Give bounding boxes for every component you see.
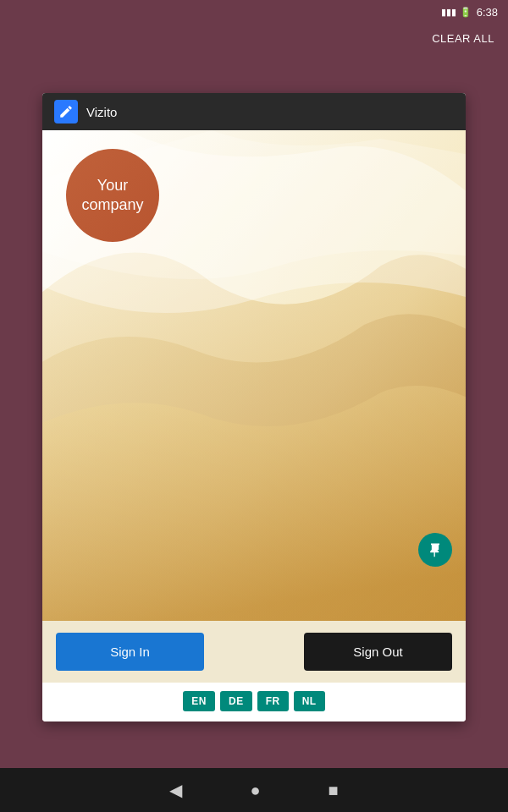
sign-in-button[interactable]: Sign In <box>56 633 204 671</box>
recent-apps-button[interactable]: ■ <box>329 781 339 800</box>
language-row: EN DE FR NL <box>42 683 466 721</box>
status-time: 6:38 <box>477 6 498 19</box>
app-icon <box>54 100 78 123</box>
card-header: Vizito <box>42 93 466 130</box>
lang-fr-button[interactable]: FR <box>257 691 289 711</box>
pin-button[interactable] <box>418 533 452 567</box>
lang-nl-button[interactable]: NL <box>294 691 325 711</box>
company-logo: Your company <box>66 149 159 242</box>
lang-de-button[interactable]: DE <box>220 691 252 711</box>
notification-card: Vizito <box>42 93 466 721</box>
app-name: Vizito <box>86 105 117 119</box>
home-button[interactable]: ● <box>250 781 260 800</box>
battery-icon: 🔋 <box>460 7 472 18</box>
card-footer: Sign In Sign Out <box>42 621 466 683</box>
sign-out-button[interactable]: Sign Out <box>304 633 452 671</box>
clear-all-button[interactable]: CLEAR ALL <box>432 32 494 45</box>
back-button[interactable]: ◀ <box>169 780 182 800</box>
status-icons: ▮▮▮ 🔋 <box>441 7 472 18</box>
lang-en-button[interactable]: EN <box>183 691 215 711</box>
android-nav-bar: ◀ ● ■ <box>0 768 508 812</box>
company-name: Your company <box>66 176 159 216</box>
signal-icon: ▮▮▮ <box>441 7 456 18</box>
status-bar: ▮▮▮ 🔋 6:38 <box>0 0 508 24</box>
pencil-icon <box>58 104 74 119</box>
pin-icon <box>427 541 444 558</box>
card-body: Your company <box>42 130 466 621</box>
